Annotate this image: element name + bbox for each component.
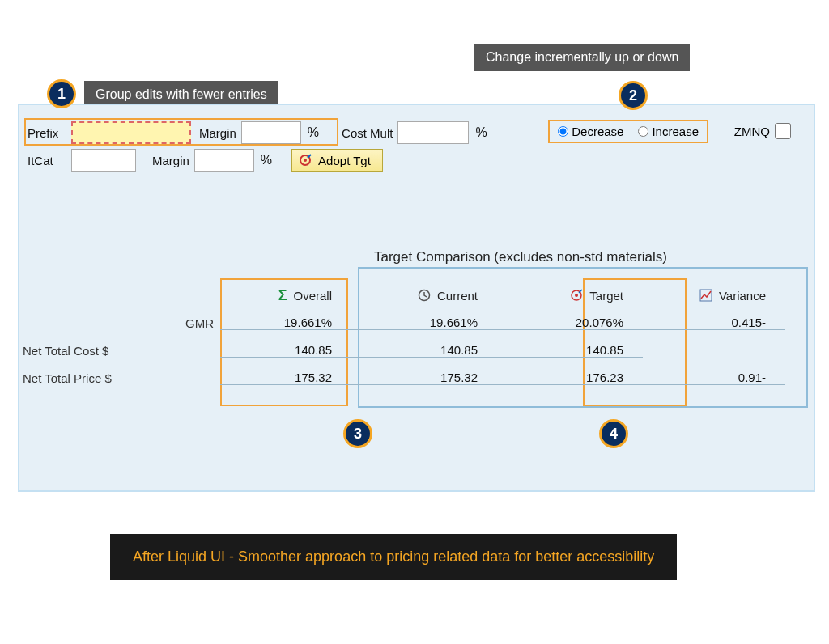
col-variance-label: Variance [719, 289, 766, 303]
col-current: Current [351, 289, 497, 303]
badge-2: 2 [619, 81, 648, 110]
badge-3: 3 [343, 419, 372, 448]
radio-increase-label: Increase [652, 125, 699, 138]
target-cost: 140.85 [497, 343, 643, 358]
badge-4: 4 [599, 419, 628, 448]
target-col-icon [570, 289, 583, 302]
prefix-input[interactable] [71, 121, 191, 144]
margin-input-2[interactable] [194, 149, 254, 172]
comparison-grid: Σ Overall Current Target Variance [19, 282, 810, 392]
sigma-icon: Σ [278, 287, 287, 304]
zmnq-checkbox[interactable] [775, 123, 791, 139]
current-cost: 140.85 [351, 343, 497, 358]
bottom-banner: After Liquid UI - Smoother approach to p… [110, 534, 677, 580]
costmult-input[interactable] [397, 121, 469, 144]
pct-3: % [261, 153, 272, 167]
col-variance: Variance [643, 289, 785, 303]
svg-point-1 [304, 159, 307, 162]
overall-gmr: 19.661% [220, 316, 351, 330]
label-costmult: Cost Mult [342, 126, 393, 140]
label-gmr: GMR [19, 316, 220, 330]
label-margin-1: Margin [199, 126, 236, 140]
adopt-tgt-button[interactable]: Adopt Tgt [291, 149, 383, 172]
variance-icon [699, 289, 712, 302]
radio-increase[interactable]: Increase [638, 125, 699, 138]
row-gmr: GMR 19.661% 19.661% 20.076% 0.415- [19, 309, 810, 337]
label-net-cost: Net Total Cost $ [19, 344, 220, 358]
clock-icon [418, 289, 431, 302]
row-net-price: Net Total Price $ 175.32 175.32 176.23 0… [19, 364, 810, 392]
zmnq-field: ZMNQ [734, 123, 791, 139]
radio-increase-input[interactable] [638, 126, 648, 137]
label-margin-2: Margin [152, 154, 189, 167]
col-overall-label: Overall [293, 289, 332, 303]
variance-gmr: 0.415- [643, 316, 785, 330]
margin-input-1[interactable] [241, 121, 301, 144]
col-target: Target [497, 289, 643, 303]
label-prefix: Prefix [28, 126, 66, 140]
radio-decrease[interactable]: Decrease [558, 125, 623, 138]
current-price: 175.32 [351, 371, 497, 385]
label-net-price: Net Total Price $ [19, 371, 220, 385]
adopt-tgt-label: Adopt Tgt [318, 154, 371, 167]
col-overall: Σ Overall [220, 287, 351, 304]
col-current-label: Current [437, 289, 478, 303]
variance-price: 0.91- [643, 371, 785, 385]
badge-1: 1 [47, 79, 76, 108]
target-comparison-title: Target Comparison (excludes non-std mate… [374, 249, 667, 265]
direction-radio-group: Decrease Increase [548, 120, 708, 143]
pct-1: % [308, 125, 319, 140]
zmnq-label: ZMNQ [734, 125, 770, 138]
target-price: 176.23 [497, 371, 643, 385]
target-icon [299, 154, 312, 167]
grid-header: Σ Overall Current Target Variance [19, 282, 810, 309]
svg-line-2 [308, 155, 311, 158]
svg-point-5 [575, 294, 578, 297]
callout-2: Change incrementally up or down [474, 44, 690, 71]
main-panel: Prefix Margin % Cost Mult % ItCat Margin… [18, 104, 815, 492]
itcat-input[interactable] [71, 149, 136, 172]
row-net-cost: Net Total Cost $ 140.85 140.85 140.85 [19, 337, 810, 364]
current-gmr: 19.661% [351, 316, 497, 330]
col-target-label: Target [589, 289, 623, 303]
radio-decrease-label: Decrease [572, 125, 623, 138]
target-gmr: 20.076% [497, 316, 643, 330]
radio-decrease-input[interactable] [558, 126, 568, 137]
pct-2: % [475, 125, 487, 140]
overall-price: 175.32 [220, 371, 351, 385]
overall-cost: 140.85 [220, 343, 351, 358]
label-itcat: ItCat [28, 154, 66, 167]
